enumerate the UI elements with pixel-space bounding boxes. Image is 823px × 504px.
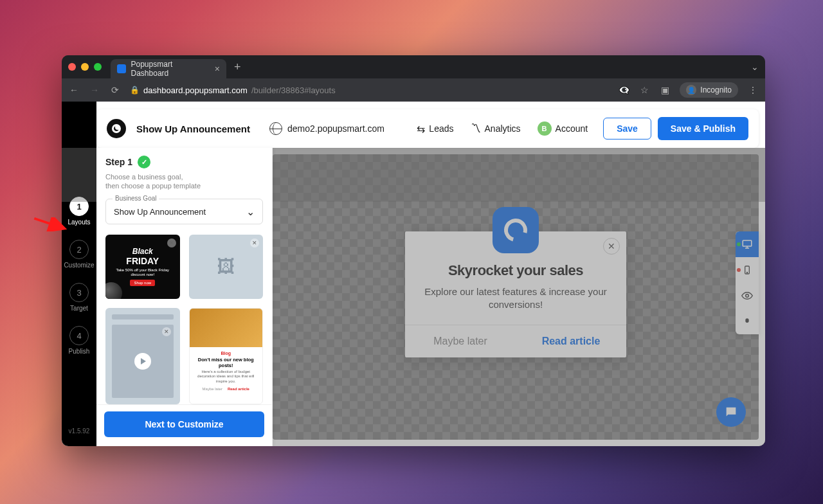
panel-footer: Next to Customize [96,404,272,446]
video-box: ✕ [112,325,174,398]
step-target[interactable]: 3 Target [69,283,89,312]
tabs-menu-icon[interactable]: ⌄ [751,62,759,72]
app-header: Show Up Announcement demo2.popupsmart.co… [96,109,759,148]
step-number: 4 [69,326,89,345]
app-viewport: 1 Layouts 2 Customize 3 Target 4 Publish… [62,102,765,446]
bookmark-star-icon[interactable]: ☆ [638,85,650,95]
nav-back-icon[interactable]: ← [68,85,80,95]
site-domain-link[interactable]: demo2.popupsmart.com [269,122,384,135]
next-to-customize-button[interactable]: Next to Customize [104,411,264,437]
popup-close-button[interactable]: ✕ [603,238,620,255]
template-cta: Shop now [130,280,155,286]
popup-actions: Maybe later Read article [405,325,626,357]
image-placeholder-icon: 🖼 [189,235,264,299]
svg-point-2 [746,272,747,273]
template-video[interactable]: ✕ [105,308,180,404]
step-layouts[interactable]: 1 Layouts [68,197,90,226]
extensions-icon[interactable]: ▣ [659,85,671,95]
nav-analytics[interactable]: 〽 Analytics [471,123,521,134]
template-image [190,309,263,347]
account-avatar-icon: B [538,122,552,136]
template-close-icon: ✕ [162,327,171,336]
bug-icon [742,316,752,327]
status-dot-icon [737,268,741,272]
template-black-friday[interactable]: ✕ Black FRIDAY Take 50% off your Black F… [105,235,180,299]
popup-title: Skyrocket your sales [418,262,613,279]
incognito-icon: 👤 [686,85,696,95]
business-goal-select[interactable]: Business Goal Show Up Announcement ⌄ [105,199,263,224]
campaign-name: Show Up Announcement [136,123,250,134]
nav-forward-icon[interactable]: → [89,85,100,95]
template-title: Black [132,247,153,256]
sidebar-steps: 1 Layouts 2 Customize 3 Target 4 Publish… [62,102,96,446]
popup-maybe-later-button[interactable]: Maybe later [405,325,516,357]
popup-read-article-button[interactable]: Read article [516,325,626,357]
intercom-chat-button[interactable] [716,397,746,427]
new-tab-button[interactable]: + [234,60,241,74]
preview-visibility-button[interactable] [736,283,759,309]
popup-logo-wrap [493,207,539,253]
template-subtitle: FRIDAY [126,256,159,266]
globe-icon [269,122,282,135]
popup-brand-icon [493,207,539,253]
save-publish-button[interactable]: Save & Publish [658,117,748,140]
favicon-icon [117,64,126,73]
panel-scroll[interactable]: Step 1 ✓ Choose a business goal, then ch… [96,148,272,404]
nav-account[interactable]: B Account [538,122,588,136]
popupsmart-logo-icon[interactable] [107,119,126,138]
address-bar: ← → ⟳ 🔒 dashboard.popupsmart.com/builder… [62,78,765,102]
site-domain-text: demo2.popupsmart.com [287,123,384,134]
window-minimize-icon[interactable] [81,63,89,71]
nav-label: Account [556,123,588,134]
step-label: Customize [64,262,94,269]
template-blog[interactable]: Blog Don't miss our new blog posts! Here… [189,308,264,404]
template-later: Maybe later [203,387,222,391]
step-number: 3 [69,283,89,302]
browser-tab[interactable]: Popupsmart Dashboard × [111,59,226,78]
template-read: Read article [228,387,249,391]
save-button[interactable]: Save [603,118,651,140]
step-number: 1 [69,197,89,216]
check-icon: ✓ [138,156,150,168]
popup-preview: ✕ Skyrocket your sales Explore our lates… [405,231,626,357]
incognito-label: Incognito [700,86,732,94]
template-desc: Take 50% off your Black Friday discount … [109,268,176,277]
preview-canvas: ✕ Skyrocket your sales Explore our lates… [273,154,759,440]
step-label: Layouts [68,219,90,226]
hide-extension-icon[interactable]: 👁‍🗨 [618,85,629,95]
browser-window: Popupsmart Dashboard × + ⌄ ← → ⟳ 🔒 dashb… [62,55,765,446]
status-dot-icon [737,242,741,246]
step-publish[interactable]: 4 Publish [69,326,90,355]
template-desc: Here's a collection of budget decoration… [194,370,259,384]
template-image-placeholder[interactable]: ✕ 🖼 [189,235,264,299]
svg-line-4 [34,219,62,228]
popup-description: Explore our latest features & increase y… [418,285,613,312]
step-label: Target [70,305,88,312]
chat-icon [724,405,738,419]
video-header-bar [112,314,174,320]
window-close-icon[interactable] [68,63,76,71]
device-desktop-button[interactable] [736,231,759,257]
template-title: Don't miss our new blog posts! [194,357,259,368]
tab-title: Popupsmart Dashboard [131,60,210,78]
traffic-lights [68,63,102,71]
app-version: v1.5.92 [69,428,90,435]
device-mobile-button[interactable] [736,257,759,283]
nav-leads[interactable]: ⇆ Leads [417,123,453,135]
url-domain: dashboard.popupsmart.com [143,86,248,95]
nav-reload-icon[interactable]: ⟳ [109,85,121,95]
bomb-icon [105,282,122,299]
nav-label: Leads [429,123,453,134]
play-icon [134,353,151,370]
lock-icon: 🔒 [130,86,140,94]
incognito-badge[interactable]: 👤 Incognito [680,82,738,98]
tab-close-icon[interactable]: × [215,64,220,74]
url-bar[interactable]: 🔒 dashboard.popupsmart.com/builder/38863… [130,86,609,95]
mobile-icon [742,265,752,275]
step-customize[interactable]: 2 Customize [64,240,94,269]
window-maximize-icon[interactable] [94,63,102,71]
step-number: 2 [69,240,89,259]
debug-button[interactable] [736,309,759,334]
browser-menu-icon[interactable]: ⋮ [747,85,759,95]
panel-step-desc: Choose a business goal, then choose a po… [105,172,263,191]
